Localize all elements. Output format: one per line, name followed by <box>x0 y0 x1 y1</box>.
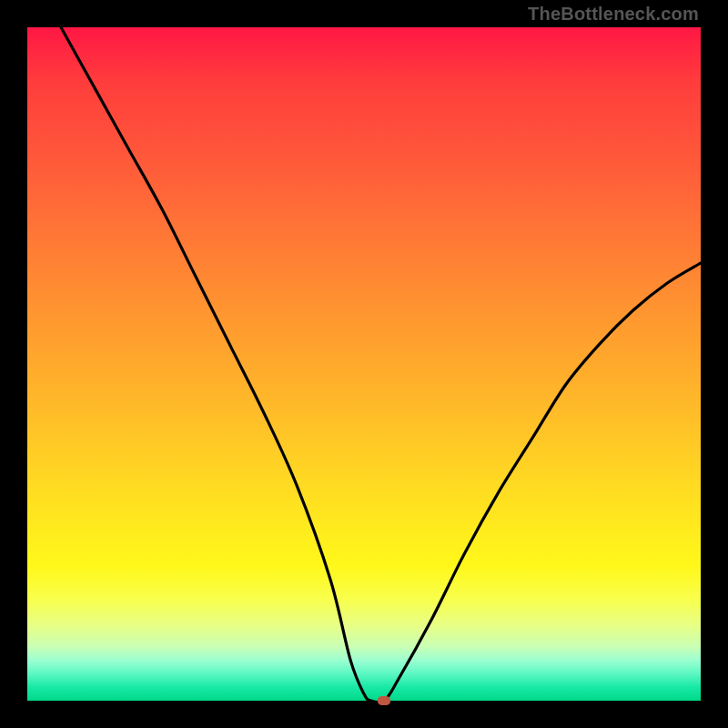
curve-svg <box>27 27 701 701</box>
plot-area <box>27 27 701 701</box>
chart-frame: TheBottleneck.com <box>0 0 728 728</box>
series-curve <box>61 27 701 703</box>
watermark-text: TheBottleneck.com <box>528 4 699 25</box>
minimum-marker <box>378 696 390 705</box>
